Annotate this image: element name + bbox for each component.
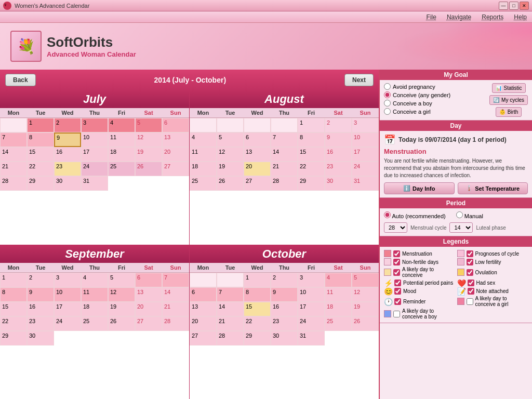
day-cell[interactable]: 31 xyxy=(352,176,379,191)
day-cell[interactable]: 23 xyxy=(27,316,54,331)
goal-conceive-any-radio[interactable] xyxy=(384,91,391,98)
legend-checkbox[interactable] xyxy=(394,298,401,305)
goal-conceive-any[interactable]: Conceive (any gender) xyxy=(384,91,486,98)
close-button[interactable]: ✕ xyxy=(520,2,529,10)
day-cell[interactable]: 12 xyxy=(135,132,162,147)
day-cell[interactable]: 18 xyxy=(325,302,352,316)
legend-checkbox[interactable] xyxy=(393,250,400,257)
day-cell[interactable]: 10 xyxy=(298,287,325,302)
day-cell[interactable]: 13 xyxy=(162,132,189,147)
period-manual[interactable]: Manual xyxy=(456,211,483,219)
day-cell[interactable]: 1 xyxy=(27,118,54,132)
period-manual-radio[interactable] xyxy=(456,211,463,218)
legend-checkbox[interactable] xyxy=(468,280,474,286)
legend-checkbox[interactable] xyxy=(467,298,473,305)
day-cell[interactable]: 6 xyxy=(244,132,271,147)
day-cell[interactable]: 8 xyxy=(244,287,271,302)
day-cell[interactable]: 1 xyxy=(0,273,27,287)
birth-button[interactable]: 👶 Birth xyxy=(496,107,522,117)
back-button[interactable]: Back xyxy=(5,74,36,86)
day-cell[interactable]: 3 xyxy=(81,118,108,132)
day-cell[interactable]: 14 xyxy=(0,147,27,162)
legend-checkbox[interactable] xyxy=(394,280,401,286)
day-cell[interactable]: 20 xyxy=(135,302,162,316)
luteal-phase-select[interactable]: 14 xyxy=(449,222,473,233)
day-cell[interactable]: 24 xyxy=(352,162,379,176)
day-cell[interactable]: 22 xyxy=(27,162,54,176)
day-cell[interactable]: 22 xyxy=(244,316,271,331)
legend-checkbox[interactable] xyxy=(467,269,473,276)
day-cell[interactable]: 17 xyxy=(298,302,325,316)
minimize-button[interactable]: — xyxy=(499,2,508,10)
day-cell[interactable]: 24 xyxy=(81,162,108,176)
goal-avoid-radio[interactable] xyxy=(384,83,391,90)
day-cell[interactable]: 7 xyxy=(0,132,27,147)
day-cell[interactable]: 27 xyxy=(135,316,162,331)
legend-checkbox[interactable] xyxy=(468,288,474,295)
day-cell[interactable]: 29 xyxy=(244,331,271,345)
legend-checkbox[interactable] xyxy=(467,250,473,257)
day-cell[interactable]: 22 xyxy=(0,316,27,331)
day-cell[interactable]: 26 xyxy=(217,176,244,191)
day-cell[interactable]: 9 xyxy=(271,287,298,302)
day-cell[interactable]: 9 xyxy=(27,287,54,302)
day-cell[interactable]: 4 xyxy=(325,273,352,287)
day-cell[interactable]: 19 xyxy=(217,162,244,176)
day-cell[interactable]: 30 xyxy=(325,176,352,191)
day-cell[interactable]: 15 xyxy=(244,302,271,316)
day-cell[interactable]: 7 xyxy=(217,287,244,302)
day-cell[interactable]: 15 xyxy=(0,302,27,316)
day-cell[interactable]: 26 xyxy=(135,162,162,176)
menu-navigate[interactable]: Navigate xyxy=(447,14,471,21)
next-button[interactable]: Next xyxy=(344,74,374,86)
day-cell[interactable]: 20 xyxy=(190,316,217,331)
day-cell[interactable]: 5 xyxy=(217,132,244,147)
day-cell[interactable]: 18 xyxy=(81,302,108,316)
day-cell[interactable]: 18 xyxy=(108,147,135,162)
day-cell[interactable]: 31 xyxy=(298,331,325,345)
day-cell[interactable]: 6 xyxy=(135,273,162,287)
day-cell[interactable]: 30 xyxy=(54,176,81,191)
goal-conceive-girl[interactable]: Conceive a girl xyxy=(384,108,486,115)
day-cell[interactable]: 12 xyxy=(108,287,135,302)
day-cell[interactable]: 17 xyxy=(54,302,81,316)
day-cell[interactable]: 14 xyxy=(162,287,189,302)
day-cell[interactable]: 1 xyxy=(244,273,271,287)
day-cell[interactable]: 28 xyxy=(0,176,27,191)
day-cell[interactable]: 2 xyxy=(325,118,352,132)
menstrual-cycle-select[interactable]: 28 xyxy=(384,222,407,233)
legend-checkbox[interactable] xyxy=(393,269,400,276)
day-cell[interactable]: 3 xyxy=(54,273,81,287)
period-auto[interactable]: Auto (recommended) xyxy=(384,211,446,219)
day-cell[interactable]: 11 xyxy=(325,287,352,302)
menu-file[interactable]: File xyxy=(427,14,436,21)
day-cell[interactable]: 22 xyxy=(298,162,325,176)
day-cell[interactable]: 26 xyxy=(108,316,135,331)
day-cell[interactable]: 18 xyxy=(190,162,217,176)
day-cell[interactable]: 27 xyxy=(244,176,271,191)
day-cell[interactable]: 8 xyxy=(0,287,27,302)
day-cell[interactable]: 24 xyxy=(54,316,81,331)
day-cell[interactable]: 15 xyxy=(27,147,54,162)
day-cell[interactable]: 21 xyxy=(271,162,298,176)
goal-conceive-boy[interactable]: Conceive a boy xyxy=(384,100,486,107)
day-cell[interactable]: 28 xyxy=(217,331,244,345)
my-cycles-button[interactable]: 🔄 My cycles xyxy=(489,95,528,105)
day-cell[interactable]: 9 xyxy=(325,132,352,147)
day-cell[interactable]: 25 xyxy=(190,176,217,191)
day-cell[interactable]: 19 xyxy=(135,147,162,162)
day-cell[interactable]: 2 xyxy=(271,273,298,287)
day-cell[interactable]: 10 xyxy=(54,287,81,302)
goal-avoid[interactable]: Avoid pregnancy xyxy=(384,83,486,90)
day-cell[interactable]: 8 xyxy=(298,132,325,147)
day-cell[interactable]: 25 xyxy=(81,316,108,331)
day-cell[interactable]: 24 xyxy=(298,316,325,331)
day-cell[interactable]: 17 xyxy=(81,147,108,162)
day-cell[interactable]: 2 xyxy=(54,118,81,132)
set-temperature-button[interactable]: 🌡️ Set Temperature xyxy=(458,182,528,194)
day-cell[interactable]: 30 xyxy=(271,331,298,345)
maximize-button[interactable]: □ xyxy=(509,2,518,10)
day-cell[interactable]: 10 xyxy=(352,132,379,147)
day-cell[interactable]: 27 xyxy=(190,331,217,345)
day-cell[interactable]: 8 xyxy=(27,132,54,147)
